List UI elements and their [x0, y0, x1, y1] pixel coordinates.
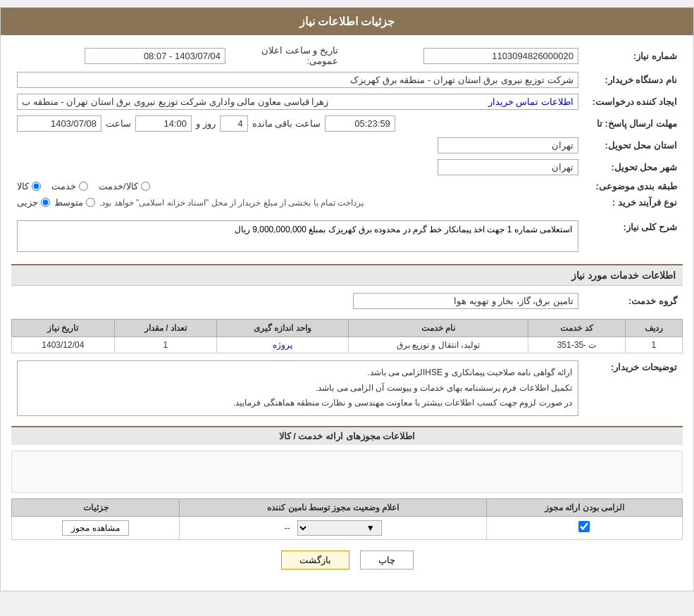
- remaining-label: ساعت باقی مانده: [252, 118, 321, 129]
- service-group-row: گروه خدمت: تامین برق، گاز، بخار و تهویه …: [11, 290, 683, 312]
- services-header-row: ردیف کد خدمت نام خدمت واحد اندازه گیری ت…: [12, 320, 683, 337]
- buyer-name-value: شرکت توزیع نیروی برق استان تهران - منطقه…: [11, 69, 584, 91]
- response-time-input: 14:00: [135, 115, 192, 132]
- table-row: 1 ت -35-351 تولید، انتقال و توزیع برق پر…: [12, 337, 683, 353]
- basic-info-table: شماره نیاز: 1103094826000020 تاریخ و ساع…: [11, 42, 683, 210]
- service-group-label: گروه خدمت:: [584, 290, 683, 312]
- page-header: جزئیات اطلاعات نیاز: [1, 8, 693, 35]
- category-khidmat[interactable]: خدمت: [51, 181, 88, 191]
- announce-value: 1403/07/04 - 08:07: [11, 42, 231, 69]
- col-service-name: نام خدمت: [348, 320, 528, 337]
- col-details: جزئیات: [12, 498, 180, 516]
- creator-input: اطلاعات تماس خریدار زهرا قیاسی معاون مال…: [17, 94, 578, 110]
- services-table-body: 1 ت -35-351 تولید، انتقال و توزیع برق پر…: [12, 337, 683, 353]
- delivery-province-label: استان محل تحویل:: [584, 134, 683, 156]
- creator-link[interactable]: اطلاعات تماس خریدار: [488, 96, 574, 107]
- service-group-input: تامین برق، گاز، بخار و تهویه هوا: [353, 293, 578, 309]
- view-permit-button[interactable]: مشاهده مجوز: [62, 520, 128, 536]
- details-cell: مشاهده مجوز: [12, 516, 180, 539]
- bottom-buttons: چاپ بازگشت: [11, 540, 683, 584]
- main-content: شماره نیاز: 1103094826000020 تاریخ و ساع…: [1, 35, 693, 591]
- need-number-value: 1103094826000020: [344, 42, 584, 69]
- process-type-note: پرداخت تمام یا بخشی از مبلغ خریدار از مح…: [99, 198, 364, 208]
- table-row: ▼ -- مشاهده مجوز: [12, 516, 683, 539]
- permissions-table-header: الزامی بودن ارائه مجوز اعلام وضعیت مجوز …: [12, 498, 683, 516]
- delivery-province-value: تهران: [11, 134, 584, 156]
- response-days-input: 4: [220, 115, 248, 132]
- delivery-city-input: تهران: [438, 159, 578, 175]
- buyer-name-input: شرکت توزیع نیروی برق استان تهران - منطقه…: [17, 72, 578, 88]
- need-description-input: استعلامی شماره 1 جهت اخذ پیمانکار خط گرم…: [17, 220, 578, 252]
- delivery-province-row: استان محل تحویل: تهران: [11, 134, 683, 156]
- delivery-city-label: شهر محل تحویل:: [584, 156, 683, 178]
- required-checkbox[interactable]: [578, 521, 590, 532]
- delivery-city-row: شهر محل تحویل: تهران: [11, 156, 683, 178]
- need-number-row: شماره نیاز: 1103094826000020 تاریخ و ساع…: [11, 42, 683, 69]
- delivery-province-input: تهران: [438, 137, 578, 153]
- date: 1403/12/04: [12, 337, 115, 353]
- response-date-input: 1403/07/08: [17, 115, 101, 132]
- col-required: الزامی بودن ارائه مجوز: [486, 498, 682, 516]
- response-deadline-label: مهلت ارسال پاسخ: تا: [584, 113, 683, 134]
- quantity: 1: [114, 337, 217, 353]
- permissions-table: الزامی بودن ارائه مجوز اعلام وضعیت مجوز …: [11, 498, 683, 540]
- category-kala-khidmat[interactable]: کالا/خدمت: [99, 181, 150, 191]
- page-title: جزئیات اطلاعات نیاز: [299, 15, 395, 27]
- creator-value: اطلاعات تماس خریدار زهرا قیاسی معاون مال…: [11, 91, 584, 113]
- col-row-num: ردیف: [625, 320, 682, 337]
- status-select[interactable]: ▼: [297, 520, 382, 536]
- buyer-notes-row: توضیحات خریدار: ارائه گواهی نامه صلاحیت …: [11, 358, 683, 419]
- col-quantity: تعداد / مقدار: [114, 320, 217, 337]
- creator-label: ایجاد کننده درخواست:: [584, 91, 683, 113]
- service-name: تولید، انتقال و توزیع برق: [348, 337, 528, 353]
- process-type-label: نوع فرآیند خرید :: [584, 194, 683, 210]
- print-button[interactable]: چاپ: [360, 551, 414, 570]
- need-description-row: شرح کلی نیاز: استعلامی شماره 1 جهت اخذ پ…: [11, 218, 683, 257]
- response-deadline-row: مهلت ارسال پاسخ: تا 05:23:59 ساعت باقی م…: [11, 113, 683, 134]
- delivery-city-value: تهران: [11, 156, 584, 178]
- service-group-value: تامین برق، گاز، بخار و تهویه هوا: [11, 290, 584, 312]
- category-value: کالا/خدمت خدمت کالا: [11, 178, 584, 194]
- announce-label: تاریخ و ساعت اعلان عمومی:: [231, 42, 344, 69]
- need-number-input: 1103094826000020: [423, 48, 578, 64]
- remaining-time-input: 05:23:59: [325, 115, 395, 132]
- announce-input: 1403/07/04 - 08:07: [85, 48, 225, 64]
- col-unit: واحد اندازه گیری: [217, 320, 348, 337]
- process-type-row: نوع فرآیند خرید : پرداخت تمام یا بخشی از…: [11, 194, 683, 210]
- category-label: طبقه بندی موضوعی:: [584, 178, 683, 194]
- need-description-label: شرح کلی نیاز:: [584, 218, 683, 257]
- buyer-notes-label: توضیحات خریدار:: [584, 358, 683, 419]
- service-code: ت -35-351: [528, 337, 625, 353]
- response-deadline-value: 05:23:59 ساعت باقی مانده 4 روز و 14:00 س…: [11, 113, 584, 134]
- buyer-notes-table: توضیحات خریدار: ارائه گواهی نامه صلاحیت …: [11, 358, 683, 419]
- services-table: ردیف کد خدمت نام خدمت واحد اندازه گیری ت…: [11, 319, 683, 353]
- process-mutavasit[interactable]: متوسط: [54, 197, 95, 208]
- services-table-header: ردیف کد خدمت نام خدمت واحد اندازه گیری ت…: [12, 320, 683, 337]
- buyer-notes-content: ارائه گواهی نامه صلاحیت پیمانکاری و HSEا…: [17, 360, 578, 416]
- permissions-section-header: اطلاعات مجوزهای ارائه خدمت / کالا: [11, 426, 683, 445]
- back-button[interactable]: بازگشت: [281, 551, 349, 570]
- time-static-label: ساعت: [106, 118, 131, 129]
- process-jozyi[interactable]: جزیی: [17, 197, 50, 208]
- col-date: تاریخ نیاز: [12, 320, 115, 337]
- permissions-header-row: الزامی بودن ارائه مجوز اعلام وضعیت مجوز …: [12, 498, 683, 516]
- category-kala[interactable]: کالا: [17, 181, 41, 191]
- unit: پروژه: [217, 337, 348, 353]
- service-group-table: گروه خدمت: تامین برق، گاز، بخار و تهویه …: [11, 290, 683, 312]
- days-label: روز و: [196, 118, 216, 129]
- buyer-name-row: نام دستگاه خریدار: شرکت توزیع نیروی برق …: [11, 69, 683, 91]
- permissions-section: [11, 451, 683, 493]
- status-cell: ▼ --: [180, 516, 487, 539]
- buyer-name-label: نام دستگاه خریدار:: [584, 69, 683, 91]
- row-num: 1: [625, 337, 682, 353]
- page-container: جزئیات اطلاعات نیاز شماره نیاز: 11030948…: [0, 7, 694, 591]
- col-service-code: کد خدمت: [528, 320, 625, 337]
- creator-row: ایجاد کننده درخواست: اطلاعات تماس خریدار…: [11, 91, 683, 113]
- need-number-label: شماره نیاز:: [584, 42, 683, 69]
- category-row: طبقه بندی موضوعی: کالا/خدمت خدمت کالا: [11, 178, 683, 194]
- process-type-value: پرداخت تمام یا بخشی از مبلغ خریدار از مح…: [11, 194, 584, 210]
- need-description-value: استعلامی شماره 1 جهت اخذ پیمانکار خط گرم…: [11, 218, 584, 257]
- buyer-notes-value: ارائه گواهی نامه صلاحیت پیمانکاری و HSEا…: [11, 358, 584, 419]
- services-section-header: اطلاعات خدمات مورد نیاز: [11, 264, 683, 286]
- permissions-table-body: ▼ -- مشاهده مجوز: [12, 516, 683, 539]
